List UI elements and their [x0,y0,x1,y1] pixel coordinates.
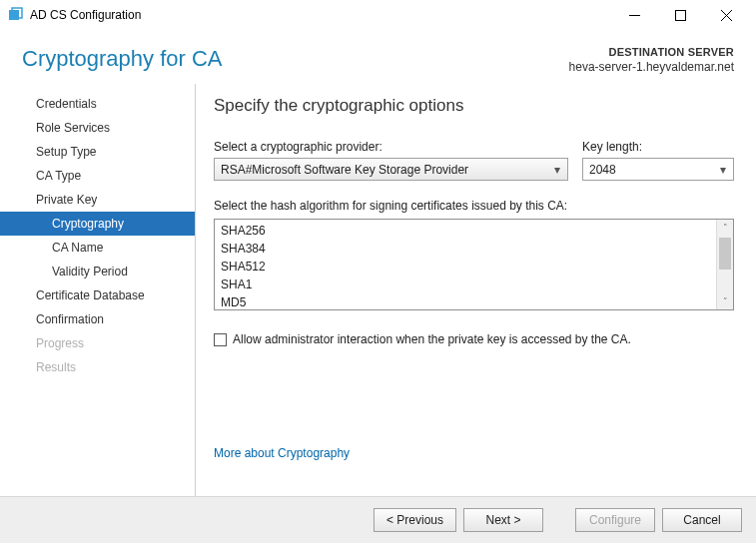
destination-block: DESTINATION SERVER heva-server-1.heyvald… [569,46,734,74]
chevron-down-icon: ▾ [717,163,729,177]
sidebar-item-private-key[interactable]: Private Key [0,188,195,212]
hash-option[interactable]: SHA512 [215,258,733,276]
sidebar-item-progress: Progress [0,331,195,355]
svg-rect-3 [675,10,685,20]
sidebar-item-ca-name[interactable]: CA Name [0,236,195,260]
keylength-dropdown[interactable]: 2048 ▾ [582,158,734,181]
next-button[interactable]: Next > [463,508,543,532]
sidebar-item-role-services[interactable]: Role Services [0,116,195,140]
allow-admin-label: Allow administrator interaction when the… [233,332,631,346]
title-bar: AD CS Configuration [0,0,756,30]
allow-admin-checkbox[interactable] [214,333,227,346]
scroll-thumb[interactable] [719,238,731,270]
sidebar-item-cryptography[interactable]: Cryptography [0,212,195,236]
sidebar-item-results: Results [0,355,195,379]
hash-option[interactable]: MD5 [215,293,733,310]
provider-label: Select a cryptographic provider: [214,140,568,154]
wizard-sidebar: Credentials Role Services Setup Type CA … [0,84,196,496]
more-about-link[interactable]: More about Cryptography [214,446,350,460]
sidebar-item-credentials[interactable]: Credentials [0,92,195,116]
destination-label: DESTINATION SERVER [569,46,734,58]
sidebar-item-ca-type[interactable]: CA Type [0,164,195,188]
configure-button: Configure [575,508,655,532]
keylength-value: 2048 [589,163,717,177]
page-title: Cryptography for CA [22,46,223,72]
listbox-scrollbar[interactable]: ˄ ˅ [716,220,733,309]
cancel-button[interactable]: Cancel [662,508,742,532]
wizard-header: Cryptography for CA DESTINATION SERVER h… [0,30,756,84]
maximize-button[interactable] [658,1,702,29]
hash-label: Select the hash algorithm for signing ce… [214,199,734,213]
window-title: AD CS Configuration [30,8,141,22]
chevron-down-icon: ▾ [551,163,563,177]
previous-button[interactable]: < Previous [374,508,456,532]
scroll-down-icon[interactable]: ˅ [717,293,733,309]
wizard-footer: < Previous Next > Configure Cancel [0,496,756,543]
sidebar-item-setup-type[interactable]: Setup Type [0,140,195,164]
content-heading: Specify the cryptographic options [214,96,734,116]
content-area: Specify the cryptographic options Select… [196,84,756,496]
hash-option[interactable]: SHA1 [215,276,733,293]
sidebar-item-validity-period[interactable]: Validity Period [0,260,195,283]
provider-value: RSA#Microsoft Software Key Storage Provi… [221,163,551,177]
keylength-label: Key length: [582,140,734,154]
app-icon [8,7,24,23]
minimize-button[interactable] [612,1,656,29]
sidebar-item-confirmation[interactable]: Confirmation [0,307,195,331]
provider-dropdown[interactable]: RSA#Microsoft Software Key Storage Provi… [214,158,568,181]
hash-listbox[interactable]: SHA256 SHA384 SHA512 SHA1 MD5 [214,219,734,310]
destination-value: heva-server-1.heyvaldemar.net [569,60,734,74]
sidebar-item-certificate-database[interactable]: Certificate Database [0,283,195,307]
close-button[interactable] [704,1,748,29]
hash-option[interactable]: SHA384 [215,240,733,258]
hash-option[interactable]: SHA256 [215,222,733,240]
scroll-up-icon[interactable]: ˄ [717,220,733,236]
